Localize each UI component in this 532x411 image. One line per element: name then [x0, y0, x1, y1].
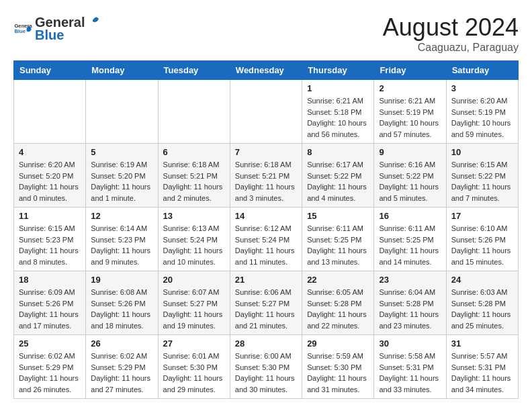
day-cell: 16Sunrise: 6:11 AMSunset: 5:25 PMDayligh… — [374, 208, 446, 271]
day-info: Sunrise: 6:03 AMSunset: 5:28 PMDaylight:… — [451, 287, 513, 331]
month-year-title: August 2024 — [383, 13, 519, 42]
day-cell: 7Sunrise: 6:18 AMSunset: 5:21 PMDaylight… — [230, 144, 302, 208]
page-header: General Blue General Blue August 2024 Ca… — [13, 13, 519, 54]
day-cell: 6Sunrise: 6:18 AMSunset: 5:21 PMDaylight… — [158, 144, 230, 208]
day-number: 12 — [91, 211, 152, 221]
day-number: 29 — [307, 338, 369, 349]
day-number: 18 — [19, 275, 81, 285]
logo: General Blue General Blue — [13, 13, 99, 43]
day-number: 4 — [19, 147, 81, 157]
day-cell: 23Sunrise: 6:04 AMSunset: 5:28 PMDayligh… — [374, 271, 446, 335]
day-number: 9 — [379, 147, 441, 157]
day-info: Sunrise: 6:20 AMSunset: 5:20 PMDaylight:… — [19, 159, 81, 203]
day-number: 21 — [235, 275, 297, 285]
day-info: Sunrise: 6:18 AMSunset: 5:21 PMDaylight:… — [163, 159, 225, 203]
day-info: Sunrise: 6:02 AMSunset: 5:29 PMDaylight:… — [91, 351, 152, 395]
day-cell: 8Sunrise: 6:17 AMSunset: 5:22 PMDaylight… — [302, 144, 374, 208]
day-cell: 11Sunrise: 6:15 AMSunset: 5:23 PMDayligh… — [14, 208, 86, 271]
day-cell: 24Sunrise: 6:03 AMSunset: 5:28 PMDayligh… — [446, 271, 518, 335]
day-cell: 21Sunrise: 6:06 AMSunset: 5:27 PMDayligh… — [230, 271, 302, 335]
day-cell — [14, 80, 86, 144]
day-number: 31 — [451, 338, 513, 349]
day-number: 14 — [235, 211, 297, 221]
day-cell — [230, 80, 302, 144]
day-info: Sunrise: 5:59 AMSunset: 5:30 PMDaylight:… — [307, 351, 369, 395]
day-info: Sunrise: 6:21 AMSunset: 5:18 PMDaylight:… — [307, 95, 369, 140]
day-info: Sunrise: 6:15 AMSunset: 5:23 PMDaylight:… — [19, 223, 81, 267]
day-number: 23 — [379, 275, 441, 285]
day-info: Sunrise: 6:17 AMSunset: 5:22 PMDaylight:… — [307, 159, 369, 203]
day-info: Sunrise: 6:15 AMSunset: 5:22 PMDaylight:… — [451, 159, 513, 203]
day-info: Sunrise: 6:10 AMSunset: 5:26 PMDaylight:… — [451, 223, 513, 267]
day-info: Sunrise: 5:57 AMSunset: 5:31 PMDaylight:… — [451, 351, 513, 395]
day-cell — [158, 80, 230, 144]
day-number: 16 — [379, 211, 441, 221]
day-cell: 10Sunrise: 6:15 AMSunset: 5:22 PMDayligh… — [446, 144, 518, 208]
day-number: 25 — [19, 338, 81, 349]
week-row-4: 18Sunrise: 6:09 AMSunset: 5:26 PMDayligh… — [14, 271, 519, 335]
weekday-header-monday: Monday — [86, 61, 158, 80]
day-info: Sunrise: 6:09 AMSunset: 5:26 PMDaylight:… — [19, 287, 81, 331]
day-info: Sunrise: 6:07 AMSunset: 5:27 PMDaylight:… — [163, 287, 225, 331]
day-number: 6 — [163, 147, 225, 157]
day-cell: 4Sunrise: 6:20 AMSunset: 5:20 PMDaylight… — [14, 144, 86, 208]
day-number: 15 — [307, 211, 369, 221]
day-number: 20 — [163, 275, 225, 285]
day-info: Sunrise: 6:04 AMSunset: 5:28 PMDaylight:… — [379, 287, 441, 331]
svg-text:Blue: Blue — [14, 28, 26, 34]
day-number: 28 — [235, 338, 297, 349]
day-info: Sunrise: 6:18 AMSunset: 5:21 PMDaylight:… — [235, 159, 297, 203]
logo-wing-icon — [86, 13, 99, 27]
day-info: Sunrise: 6:06 AMSunset: 5:27 PMDaylight:… — [235, 287, 297, 331]
day-info: Sunrise: 6:11 AMSunset: 5:25 PMDaylight:… — [307, 223, 369, 267]
day-cell: 22Sunrise: 6:05 AMSunset: 5:28 PMDayligh… — [302, 271, 374, 335]
day-cell: 31Sunrise: 5:57 AMSunset: 5:31 PMDayligh… — [446, 335, 518, 399]
day-cell: 13Sunrise: 6:13 AMSunset: 5:24 PMDayligh… — [158, 208, 230, 271]
day-info: Sunrise: 6:13 AMSunset: 5:24 PMDaylight:… — [163, 223, 225, 267]
day-info: Sunrise: 6:14 AMSunset: 5:23 PMDaylight:… — [91, 223, 152, 267]
day-cell: 29Sunrise: 5:59 AMSunset: 5:30 PMDayligh… — [302, 335, 374, 399]
day-cell: 14Sunrise: 6:12 AMSunset: 5:24 PMDayligh… — [230, 208, 302, 271]
day-number: 11 — [19, 211, 81, 221]
day-number: 24 — [451, 275, 513, 285]
weekday-header-saturday: Saturday — [446, 61, 518, 80]
day-cell: 20Sunrise: 6:07 AMSunset: 5:27 PMDayligh… — [158, 271, 230, 335]
day-cell: 25Sunrise: 6:02 AMSunset: 5:29 PMDayligh… — [14, 335, 86, 399]
day-number: 22 — [307, 275, 369, 285]
title-area: August 2024 Caaguazu, Paraguay — [383, 13, 519, 54]
day-cell: 19Sunrise: 6:08 AMSunset: 5:26 PMDayligh… — [86, 271, 158, 335]
day-number: 10 — [451, 147, 513, 157]
day-cell: 15Sunrise: 6:11 AMSunset: 5:25 PMDayligh… — [302, 208, 374, 271]
week-row-1: 1Sunrise: 6:21 AMSunset: 5:18 PMDaylight… — [14, 80, 519, 144]
weekday-header-friday: Friday — [374, 61, 446, 80]
day-number: 26 — [91, 338, 152, 349]
day-info: Sunrise: 5:58 AMSunset: 5:31 PMDaylight:… — [379, 351, 441, 395]
weekday-header-tuesday: Tuesday — [158, 61, 230, 80]
week-row-3: 11Sunrise: 6:15 AMSunset: 5:23 PMDayligh… — [14, 208, 519, 271]
calendar-table: SundayMondayTuesdayWednesdayThursdayFrid… — [13, 60, 519, 399]
weekday-header-row: SundayMondayTuesdayWednesdayThursdayFrid… — [14, 61, 519, 80]
day-number: 2 — [379, 83, 441, 93]
weekday-header-thursday: Thursday — [302, 61, 374, 80]
weekday-header-wednesday: Wednesday — [230, 61, 302, 80]
day-cell: 12Sunrise: 6:14 AMSunset: 5:23 PMDayligh… — [86, 208, 158, 271]
day-cell: 9Sunrise: 6:16 AMSunset: 5:22 PMDaylight… — [374, 144, 446, 208]
day-number: 5 — [91, 147, 152, 157]
day-info: Sunrise: 6:20 AMSunset: 5:19 PMDaylight:… — [451, 95, 513, 140]
day-info: Sunrise: 6:12 AMSunset: 5:24 PMDaylight:… — [235, 223, 297, 267]
logo-icon: General Blue — [13, 19, 32, 38]
day-number: 30 — [379, 338, 441, 349]
day-info: Sunrise: 6:16 AMSunset: 5:22 PMDaylight:… — [379, 159, 441, 203]
day-cell: 17Sunrise: 6:10 AMSunset: 5:26 PMDayligh… — [446, 208, 518, 271]
day-number: 1 — [307, 83, 369, 93]
weekday-header-sunday: Sunday — [14, 61, 86, 80]
day-number: 17 — [451, 211, 513, 221]
week-row-2: 4Sunrise: 6:20 AMSunset: 5:20 PMDaylight… — [14, 144, 519, 208]
day-number: 3 — [451, 83, 513, 93]
day-cell — [86, 80, 158, 144]
day-cell: 30Sunrise: 5:58 AMSunset: 5:31 PMDayligh… — [374, 335, 446, 399]
day-cell: 1Sunrise: 6:21 AMSunset: 5:18 PMDaylight… — [302, 80, 374, 144]
day-number: 8 — [307, 147, 369, 157]
day-cell: 28Sunrise: 6:00 AMSunset: 5:30 PMDayligh… — [230, 335, 302, 399]
day-cell: 18Sunrise: 6:09 AMSunset: 5:26 PMDayligh… — [14, 271, 86, 335]
